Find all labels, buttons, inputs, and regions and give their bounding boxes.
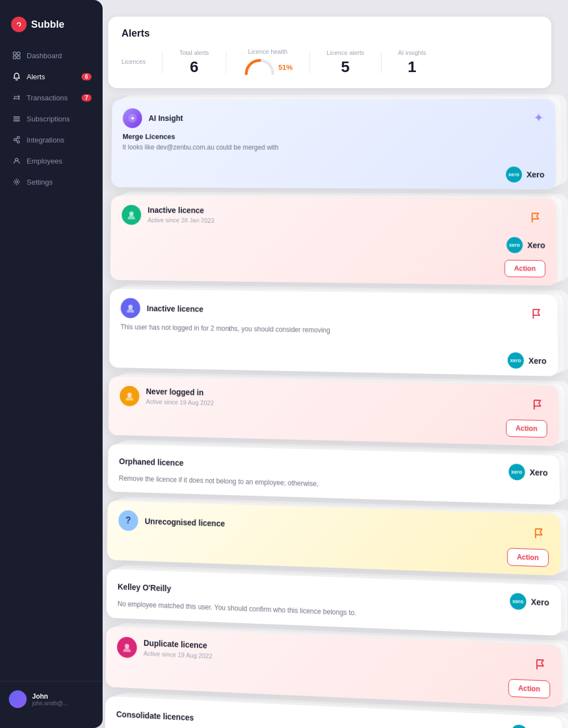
svg-point-17 [129, 211, 134, 216]
svg-point-19 [128, 393, 132, 397]
xero-icon: xero [509, 464, 525, 480]
sidebar-item-alerts[interactable]: Alerts 6 [6, 67, 97, 86]
card-title: AI Insight [149, 114, 183, 123]
card-user-info: Kelley O'Reilly [118, 582, 171, 593]
card-title: Unrecognised licence [145, 517, 225, 528]
card-user-info: Inactive licence [147, 304, 204, 314]
sidebar-item-employees[interactable]: Employees [6, 151, 97, 171]
card-stack-unrecognised: ? Unrecognised licence Action [107, 501, 561, 576]
alert-card-never-logged-in: Never logged in Active since 19 Aug 2022… [108, 376, 559, 446]
card-body: Merge Licences It looks like dev@zenbu.c… [111, 133, 556, 162]
integrations-icon [12, 135, 21, 144]
alert-card-inactive-licence-1: Inactive licence Active since 28 Jan 202… [110, 196, 557, 286]
flag-icon [530, 524, 549, 543]
card-user-info: Orphaned licence [119, 456, 184, 467]
app-badge: xero Xero [508, 352, 546, 369]
action-button[interactable]: Action [507, 548, 549, 567]
alerts-icon [12, 72, 21, 81]
transactions-badge: 7 [82, 94, 92, 101]
card-title: Inactive licence [148, 206, 214, 215]
sidebar-item-label: Dashboard [27, 52, 62, 60]
svg-rect-1 [13, 52, 16, 55]
app-badge: xero Xero [509, 464, 548, 481]
card-title: Inactive licence [147, 304, 204, 314]
card-user: Orphaned licence [119, 456, 184, 467]
svg-point-18 [128, 304, 133, 309]
svg-point-8 [14, 139, 16, 141]
card-subtitle-small: Active since 19 Aug 2022 [146, 398, 214, 406]
svg-rect-6 [13, 119, 20, 120]
card-user: Inactive licence [120, 298, 203, 319]
cards-perspective: ✦ AI Insight ✦ Merge Licences It looks l… [103, 99, 565, 728]
app-name: Xero [526, 170, 544, 179]
sidebar-item-label: Transactions [27, 94, 68, 102]
card-app-row: xero Xero [111, 161, 556, 190]
flag-icon [528, 395, 547, 414]
health-gauge-svg [243, 57, 276, 77]
action-button[interactable]: Action [504, 259, 545, 277]
sidebar-item-label: Employees [27, 157, 62, 165]
user-email: john.smith@... [32, 700, 94, 706]
ai-insights-stat: AI insights 1 [398, 49, 427, 76]
card-subtitle-small: Active since 28 Jan 2023 [148, 217, 214, 224]
sparkle-icon: ✦ [534, 111, 544, 125]
card-app-row: xero Xero [110, 229, 557, 260]
svg-text:✦: ✦ [130, 115, 135, 121]
xero-icon: xero [510, 593, 526, 610]
sidebar-item-integrations[interactable]: Integrations [6, 130, 97, 150]
user-info: John john.smith@... [32, 693, 94, 706]
licences-stat: Licences [121, 58, 145, 67]
svg-line-12 [16, 140, 17, 142]
svg-point-20 [125, 644, 129, 649]
sidebar-item-label: Subscriptions [27, 115, 70, 123]
subscriptions-icon [12, 114, 21, 123]
card-actions: Action [110, 256, 557, 286]
card-title: Orphaned licence [119, 456, 184, 467]
sidebar-item-dashboard[interactable]: Dashboard [6, 45, 97, 65]
user-avatar [9, 690, 27, 708]
card-avatar: ✦ [123, 108, 142, 128]
total-alerts-stat: Total alerts 6 [179, 49, 209, 76]
svg-point-10 [17, 141, 19, 143]
licence-alerts-stat: Licence alerts 5 [327, 49, 364, 76]
card-subtitle-small: Active since 19 Aug 2022 [144, 650, 212, 660]
card-avatar [120, 385, 140, 406]
stat-divider-1 [162, 52, 163, 74]
licences-label: Licences [121, 58, 145, 65]
card-user-info: Never logged in Active since 19 Aug 2022 [146, 386, 214, 407]
sidebar-item-settings[interactable]: Settings [6, 172, 97, 192]
card-avatar: ? [118, 510, 138, 531]
card-user-info: Unrecognised licence [145, 517, 225, 528]
xero-icon: xero [506, 166, 522, 182]
svg-rect-3 [13, 56, 16, 59]
alert-card-ai-insight: ✦ AI Insight ✦ Merge Licences It looks l… [111, 99, 556, 189]
card-stack-ai: ✦ AI Insight ✦ Merge Licences It looks l… [111, 99, 556, 189]
card-avatar [117, 637, 137, 658]
card-stack-inactive-2: Inactive licence This user has not logge… [109, 289, 559, 376]
settings-icon [12, 177, 21, 186]
sidebar-item-subscriptions[interactable]: Subscriptions [6, 109, 97, 129]
card-header: Inactive licence Active since 28 Jan 202… [111, 196, 557, 232]
action-button[interactable]: Action [506, 419, 547, 437]
alerts-badge: 6 [82, 73, 92, 80]
app-name: Xero [531, 597, 549, 607]
card-title: Consolidate licences [116, 710, 194, 722]
card-user-info: Inactive licence Active since 28 Jan 202… [148, 206, 214, 225]
flag-icon [531, 655, 550, 675]
sidebar-item-transactions[interactable]: Transactions 7 [6, 88, 97, 108]
transactions-icon [12, 93, 21, 102]
sidebar-nav: Dashboard Alerts 6 Transactions 7 [0, 45, 103, 681]
app-badge: xero Xero [510, 593, 549, 612]
main-content: Alerts Licences Total alerts 6 Licence h… [108, 17, 551, 717]
card-user-info: Consolidate licences [116, 710, 194, 722]
sidebar-logo: Subble [0, 11, 103, 45]
sidebar-user: John john.smith@... [0, 681, 103, 717]
total-alerts-label: Total alerts [179, 49, 209, 56]
card-title: Duplicate licence [144, 638, 212, 650]
app-name: Xero [530, 467, 548, 477]
licence-alerts-label: Licence alerts [327, 49, 364, 56]
svg-rect-2 [17, 52, 20, 55]
ai-insights-value: 1 [398, 58, 427, 76]
card-user: ? Unrecognised licence [118, 510, 225, 534]
action-button[interactable]: Action [508, 679, 550, 699]
